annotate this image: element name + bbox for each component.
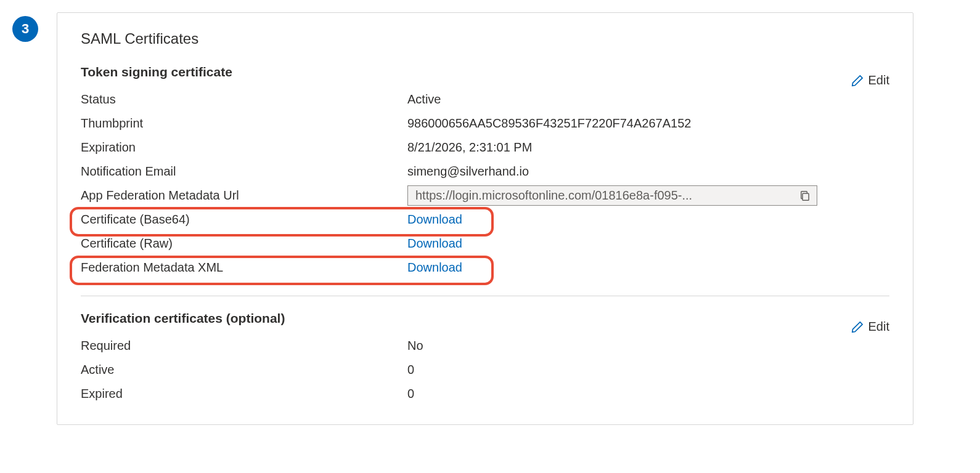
edit-label: Edit <box>868 320 889 334</box>
edit-label: Edit <box>868 73 889 87</box>
cert-base64-label: Certificate (Base64) <box>81 212 407 227</box>
copy-icon[interactable] <box>799 190 811 201</box>
token-signing-rows: Status Active Thumbprint 986000656AA5C89… <box>81 87 889 280</box>
fed-xml-row: Federation Metadata XML Download <box>81 256 889 280</box>
verification-title: Verification certificates (optional) <box>81 311 285 326</box>
active-label: Active <box>81 363 407 377</box>
saml-certificates-card: SAML Certificates Token signing certific… <box>57 12 913 425</box>
svg-rect-0 <box>802 193 809 200</box>
edit-verification-button[interactable]: Edit <box>851 320 889 334</box>
fed-xml-download-link[interactable]: Download <box>407 261 462 274</box>
required-label: Required <box>81 339 407 353</box>
expiration-value: 8/21/2026, 2:31:01 PM <box>407 140 889 155</box>
pencil-icon <box>851 75 864 87</box>
status-row: Status Active <box>81 87 889 111</box>
token-signing-header: Token signing certificate Edit <box>81 65 889 87</box>
metadata-url-value: https://login.microsoftonline.com/01816e… <box>415 188 692 203</box>
cert-raw-row: Certificate (Raw) Download <box>81 232 889 256</box>
required-value: No <box>407 339 889 353</box>
expired-row: Expired 0 <box>81 382 889 406</box>
required-row: Required No <box>81 334 889 358</box>
metadata-url-row: App Federation Metadata Url https://logi… <box>81 184 889 208</box>
card-title: SAML Certificates <box>81 30 889 47</box>
thumbprint-row: Thumbprint 986000656AA5C89536F43251F7220… <box>81 111 889 135</box>
notification-email-row: Notification Email simeng@silverhand.io <box>81 160 889 184</box>
cert-base64-row: Certificate (Base64) Download <box>81 208 889 232</box>
status-value: Active <box>407 92 889 107</box>
metadata-url-label: App Federation Metadata Url <box>81 188 407 203</box>
active-value: 0 <box>407 363 889 377</box>
edit-token-signing-button[interactable]: Edit <box>851 73 889 87</box>
fed-xml-label: Federation Metadata XML <box>81 261 407 275</box>
verification-header: Verification certificates (optional) Edi… <box>81 311 889 334</box>
expiration-label: Expiration <box>81 140 407 155</box>
cert-raw-download-link[interactable]: Download <box>407 236 462 250</box>
expired-label: Expired <box>81 387 407 401</box>
step-number-badge: 3 <box>12 16 38 42</box>
cert-base64-download-link[interactable]: Download <box>407 212 462 226</box>
notification-email-label: Notification Email <box>81 164 407 179</box>
section-divider <box>81 296 889 296</box>
active-row: Active 0 <box>81 358 889 382</box>
notification-email-value: simeng@silverhand.io <box>407 164 889 179</box>
status-label: Status <box>81 92 407 107</box>
expiration-row: Expiration 8/21/2026, 2:31:01 PM <box>81 135 889 160</box>
expired-value: 0 <box>407 387 889 401</box>
token-signing-title: Token signing certificate <box>81 65 232 79</box>
thumbprint-label: Thumbprint <box>81 116 407 131</box>
cert-raw-label: Certificate (Raw) <box>81 236 407 251</box>
step-number-text: 3 <box>22 21 29 37</box>
pencil-icon <box>851 321 864 333</box>
thumbprint-value: 986000656AA5C89536F43251F7220F74A267A152 <box>407 116 889 131</box>
metadata-url-field[interactable]: https://login.microsoftonline.com/01816e… <box>407 185 817 206</box>
